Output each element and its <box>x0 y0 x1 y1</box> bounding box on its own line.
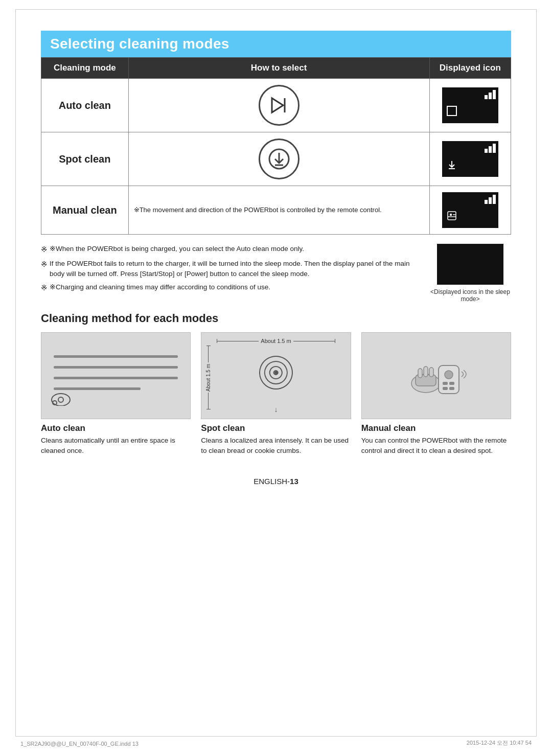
spot-inner-icon <box>446 159 457 173</box>
method-label-auto: Auto clean <box>41 423 191 433</box>
svg-rect-16 <box>424 366 428 377</box>
svg-rect-20 <box>443 382 448 385</box>
footer-date: 2015-12-24 오전 10:47 54 <box>467 739 532 747</box>
sleep-mode-display <box>437 244 503 285</box>
spot-diagram: About 1.5 m About 1.5 m <box>201 333 350 419</box>
signal-bars-manual <box>485 195 496 204</box>
spot-arrow-down: ↓ <box>274 405 278 414</box>
display-icon-manual <box>442 192 498 228</box>
auto-clean-button-icon <box>259 85 300 126</box>
table-row: Manual clean ※The movement and direction… <box>41 186 511 235</box>
sleep-caption: <Displayed icons in the sleep mode> <box>429 288 511 303</box>
page-border-top <box>15 9 537 10</box>
signal-bars-auto <box>485 90 496 99</box>
page-border-bottom <box>15 736 537 737</box>
svg-rect-17 <box>429 368 433 377</box>
method-item-spot: About 1.5 m About 1.5 m <box>201 332 351 456</box>
mode-cell-spot: Spot clean <box>41 132 129 186</box>
method-image-auto <box>41 332 191 419</box>
svg-marker-0 <box>272 98 283 112</box>
cleaning-modes-table: Cleaning mode How to select Displayed ic… <box>41 57 511 235</box>
mode-name-spot: Spot clean <box>47 153 123 165</box>
svg-point-12 <box>274 371 278 374</box>
method-section-title: Cleaning method for each modes <box>41 312 511 325</box>
method-image-manual <box>361 332 511 419</box>
footer-filename: 1_SR2AJ90@@U_EN_00740F-00_GE.indd 13 <box>20 741 139 747</box>
spot-spiral-icon <box>253 350 299 402</box>
display-icon-spot <box>442 141 498 177</box>
note-marker-3: ※ <box>41 282 48 294</box>
method-desc-auto: Cleans automatically until an entire spa… <box>41 436 191 456</box>
note-2: ※ If the POWERbot fails to return to the… <box>41 259 419 280</box>
footer-page-number: ENGLISH-13 <box>41 477 511 486</box>
footer-label: ENGLISH- <box>254 477 290 486</box>
method-image-spot: About 1.5 m About 1.5 m <box>201 332 351 419</box>
spot-clean-button-icon <box>259 139 300 179</box>
svg-rect-15 <box>418 369 422 378</box>
how-cell-spot <box>128 132 429 186</box>
display-icon-cell-spot <box>429 132 511 186</box>
svg-point-9 <box>52 394 70 406</box>
section-title: Selecting cleaning modes <box>41 31 511 57</box>
note-marker-2: ※ <box>41 259 48 270</box>
display-icon-cell-auto <box>429 79 511 132</box>
manual-inner-icon <box>446 210 457 224</box>
svg-rect-6 <box>450 214 452 216</box>
display-icon-cell-manual <box>429 186 511 235</box>
note-text-3: ※Charging and cleaning times may differ … <box>50 282 270 292</box>
notes-right: <Displayed icons in the sleep mode> <box>429 244 511 303</box>
display-icon-auto <box>442 87 498 123</box>
notes-section: ※ ※When the POWERbot is being charged, y… <box>41 244 511 303</box>
svg-rect-22 <box>443 387 448 390</box>
note-text-2: If the POWERbot fails to return to the c… <box>50 259 419 280</box>
how-note-manual: ※The movement and direction of the POWER… <box>134 205 424 215</box>
svg-rect-23 <box>449 387 454 390</box>
table-row: Spot clean <box>41 132 511 186</box>
mode-cell-manual: Manual clean <box>41 186 129 235</box>
col-header-how: How to select <box>128 58 429 79</box>
method-desc-spot: Cleans a localized area intensely. It ca… <box>201 436 351 456</box>
page-border-left <box>15 9 16 737</box>
auto-robot-icon <box>51 390 71 409</box>
svg-rect-21 <box>449 382 454 385</box>
page-border-right <box>536 9 537 737</box>
how-cell-auto <box>128 79 429 132</box>
mode-cell-auto: Auto clean <box>41 79 129 132</box>
method-item-auto: Auto clean Cleans automatically until an… <box>41 332 191 456</box>
note-1: ※ ※When the POWERbot is being charged, y… <box>41 244 419 256</box>
method-desc-manual: You can control the POWERbot with the re… <box>361 436 511 456</box>
col-header-icon: Displayed icon <box>429 58 511 79</box>
svg-point-10 <box>58 397 63 402</box>
spot-measure-v: About 1.5 m <box>205 362 211 393</box>
note-marker-1: ※ <box>41 244 48 256</box>
svg-rect-2 <box>447 106 456 116</box>
table-row: Auto clean <box>41 79 511 132</box>
mode-name-auto: Auto clean <box>47 100 123 111</box>
col-header-mode: Cleaning mode <box>41 58 129 79</box>
method-label-spot: Spot clean <box>201 423 351 433</box>
how-cell-manual: ※The movement and direction of the POWER… <box>128 186 429 235</box>
signal-bars-spot <box>485 144 496 153</box>
note-3: ※ ※Charging and cleaning times may diffe… <box>41 282 419 294</box>
auto-inner-icon <box>446 105 457 119</box>
spot-measure-h: About 1.5 m <box>259 338 293 344</box>
footer-number: 13 <box>290 477 298 486</box>
manual-diagram <box>362 333 511 419</box>
method-label-manual: Manual clean <box>361 423 511 433</box>
notes-left: ※ ※When the POWERbot is being charged, y… <box>41 244 419 303</box>
method-grid: Auto clean Cleans automatically until an… <box>41 332 511 456</box>
note-text-1: ※When the POWERbot is being charged, you… <box>50 244 304 254</box>
svg-point-19 <box>445 371 453 379</box>
svg-rect-18 <box>439 365 459 394</box>
method-item-manual: Manual clean You can control the POWERbo… <box>361 332 511 456</box>
mode-name-manual: Manual clean <box>47 204 123 216</box>
